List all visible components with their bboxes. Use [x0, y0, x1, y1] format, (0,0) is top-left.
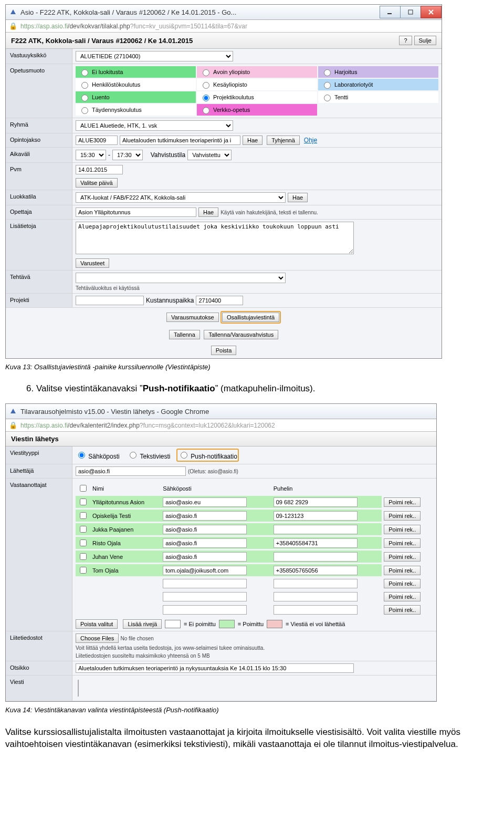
pvm-input[interactable]	[76, 165, 123, 174]
recipient-checkbox[interactable]	[80, 512, 87, 519]
vastuuyksikko-select[interactable]: ALUETIEDE (2710400)	[76, 51, 233, 61]
poimi-rek-button[interactable]: Poimi rek..	[384, 538, 421, 548]
radio-harjoitus[interactable]: Harjoitus	[318, 66, 438, 78]
radio-tekstiviesti[interactable]: Tekstiviesti	[127, 450, 170, 460]
opettaja-input[interactable]	[76, 207, 196, 217]
opintojakso-desc-input[interactable]	[120, 136, 240, 145]
radio-eiluokitusta[interactable]: Ei luokitusta	[76, 66, 196, 78]
radio-taydennyskoulutus[interactable]: Täydennyskoulutus	[76, 104, 196, 116]
swatch-cannot-send	[267, 620, 282, 628]
recipient-email-input[interactable]	[163, 566, 247, 575]
pvm-label: Pvm	[6, 163, 72, 190]
projekti-label: Projekti	[6, 294, 72, 307]
time-to-select[interactable]: 17:30	[112, 150, 143, 160]
opettaja-label: Opettaja	[6, 205, 72, 219]
hae-button[interactable]: Hae	[243, 136, 262, 145]
otsikko-input[interactable]	[76, 663, 354, 673]
recipient-email-input[interactable]	[163, 497, 247, 507]
empty-phone-input[interactable]	[274, 579, 358, 588]
poimi-rek-button[interactable]: Poimi rek..	[384, 525, 421, 534]
lisatietoja-textarea[interactable]: Aluepajaprojektikoulutustilaisuudet joka…	[76, 222, 354, 254]
recipient-checkbox[interactable]	[80, 567, 87, 574]
lahettaja-default: (Oletus: asio@asio.fi)	[188, 469, 238, 474]
ohje-link[interactable]: Ohje	[304, 137, 317, 144]
radio-projektikoulutus[interactable]: Projektikoulutus	[197, 91, 317, 103]
radio-sahkoposti[interactable]: Sähköposti	[76, 450, 120, 460]
sulje-button[interactable]: Sulje	[414, 36, 436, 45]
choose-files-button[interactable]: Choose Files	[76, 633, 119, 643]
poista-valitut-button[interactable]: Poista valitut	[76, 619, 118, 629]
tallenna-varausvahvistus-button[interactable]: Tallenna/Varausvahvistus	[204, 330, 278, 339]
maximize-button[interactable]	[400, 6, 421, 18]
recipient-phone-input[interactable]	[274, 511, 358, 521]
projekti-input[interactable]	[76, 296, 144, 305]
poista-button[interactable]: Poista	[211, 346, 237, 355]
radio-verkkoopetus[interactable]: Verkko-opetus	[197, 104, 317, 116]
recipient-checkbox[interactable]	[80, 553, 87, 560]
poimi-rek-button[interactable]: Poimi rek..	[384, 497, 421, 507]
radio-push-notifikaatio[interactable]: Push-notifikaatio	[178, 453, 237, 460]
recipient-phone-input[interactable]	[274, 497, 358, 507]
poimi-rek-button[interactable]: Poimi rek..	[384, 592, 421, 601]
recipient-name: Risto Ojala	[90, 537, 161, 549]
app-icon	[9, 8, 17, 16]
luokkatila-select[interactable]: ATK-luokat / FAB/F222 ATK, Kokkola-sali	[76, 192, 286, 203]
poimi-rek-button[interactable]: Poimi rek..	[384, 566, 421, 575]
radio-tentti[interactable]: Tentti	[318, 91, 438, 103]
recipient-checkbox[interactable]	[80, 539, 87, 546]
osallistujaviestinta-button[interactable]: Osallistujaviestintä	[222, 313, 279, 322]
ryhma-label: Ryhmä	[6, 118, 72, 133]
recipient-phone-input[interactable]	[274, 566, 358, 575]
recipient-checkbox[interactable]	[80, 526, 87, 533]
lisaa-riveja-button[interactable]: Lisää rivejä	[123, 619, 162, 629]
radio-laboratoriotyot[interactable]: Laboratoriotyöt	[318, 79, 438, 90]
poimi-rek-button[interactable]: Poimi rek..	[384, 605, 421, 615]
minimize-button[interactable]	[380, 6, 401, 18]
help-button[interactable]: ?	[399, 36, 412, 45]
poimi-rek-button[interactable]: Poimi rek..	[384, 552, 421, 562]
swatch-not-picked	[165, 620, 181, 628]
recipient-email-input[interactable]	[163, 525, 247, 534]
poimi-rek-button[interactable]: Poimi rek..	[384, 511, 421, 521]
hae-luokkatila-button[interactable]: Hae	[288, 193, 308, 202]
titlebar-2: Tilavarausohjelmisto v15.00 - Viestin lä…	[6, 404, 436, 419]
radio-luento[interactable]: Luento	[76, 91, 196, 103]
vahvistustila-select[interactable]: Vahvistettu	[187, 150, 232, 160]
tehtava-select[interactable]	[76, 273, 286, 283]
recipient-phone-input[interactable]	[274, 552, 358, 562]
radio-avoinyliopisto[interactable]: Avoin yliopisto	[197, 66, 317, 78]
recipient-email-input[interactable]	[163, 552, 247, 562]
time-from-select[interactable]: 15:30	[76, 150, 106, 160]
empty-phone-input[interactable]	[274, 592, 358, 601]
empty-email-input[interactable]	[163, 605, 247, 615]
ryhma-select[interactable]: ALUE1 Aluetiede, HTK, 1. vsk	[76, 120, 233, 131]
radio-kesayliopisto[interactable]: Kesäyliopisto	[197, 79, 317, 90]
recipient-phone-input[interactable]	[274, 525, 358, 534]
valitse-paiva-button[interactable]: Valitse päivä	[76, 178, 118, 188]
empty-phone-input[interactable]	[274, 605, 358, 615]
lahettaja-input[interactable]	[76, 466, 186, 476]
figure-caption-14: Kuva 14: Viestintäkanavan valinta viesti…	[5, 706, 499, 714]
opintojakso-label: Opintojakso	[6, 133, 72, 147]
opintojakso-code-input[interactable]	[76, 136, 118, 145]
varausmuutokse-button[interactable]: Varausmuutokse	[166, 313, 219, 322]
empty-email-input[interactable]	[163, 592, 247, 601]
poimi-rek-button[interactable]: Poimi rek..	[384, 579, 421, 588]
recipient-email-input[interactable]	[163, 538, 247, 548]
select-all-checkbox[interactable]	[80, 485, 87, 492]
lock-icon: 🔒	[9, 22, 17, 30]
radio-henkilostokoulutus[interactable]: Henkilöstökoulutus	[76, 79, 196, 90]
tallenna-button[interactable]: Tallenna	[169, 330, 200, 339]
recipient-checkbox[interactable]	[80, 498, 87, 505]
varusteet-button[interactable]: Varusteet	[76, 258, 109, 268]
close-button[interactable]	[421, 6, 442, 18]
recipient-email-input[interactable]	[163, 511, 247, 521]
kustannuspaikka-input[interactable]	[196, 296, 243, 305]
hae-opettaja-button[interactable]: Hae	[198, 207, 218, 217]
viesti-textarea[interactable]	[78, 680, 79, 697]
body-paragraph: Valitse kurssiosallistujalistalta ilmoit…	[5, 726, 499, 751]
tyhjenna-button[interactable]: Tyhjennä	[267, 136, 300, 145]
empty-email-input[interactable]	[163, 579, 247, 588]
recipient-phone-input[interactable]	[274, 538, 358, 548]
page-header-2: Viestin lähetys	[6, 432, 436, 446]
